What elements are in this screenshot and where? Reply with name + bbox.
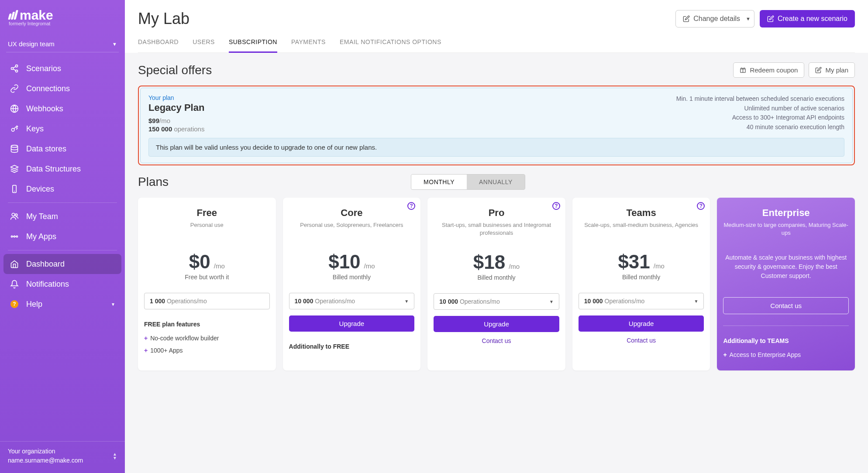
help-icon[interactable]: ? (552, 202, 560, 210)
current-plan-ops-label: operations (174, 125, 204, 133)
sidebar-item-data-stores[interactable]: Data stores (3, 139, 121, 159)
upgrade-button[interactable]: Upgrade (434, 316, 559, 332)
svg-point-15 (16, 236, 17, 237)
ops-select[interactable]: 1 000 Operations/mo (144, 293, 270, 309)
sidebar-item-scenarios[interactable]: Scenarios (3, 58, 121, 79)
svg-point-2 (16, 70, 18, 72)
svg-point-13 (11, 236, 13, 237)
tab-payments[interactable]: PAYMENTS (291, 38, 326, 53)
plan-price: $31/mo (579, 251, 704, 273)
sidebar-item-webhooks[interactable]: Webhooks (3, 99, 121, 119)
chevron-down-icon: ▼ (694, 299, 698, 304)
sidebar-item-label: Data stores (26, 144, 66, 154)
create-scenario-button[interactable]: Create a new scenario (760, 10, 855, 27)
tab-users[interactable]: USERS (193, 38, 215, 53)
chevron-down-icon: ▼ (549, 299, 554, 304)
ops-select[interactable]: 10 000 Operations/mo▼ (434, 293, 559, 310)
page-title: My Lab (138, 10, 189, 28)
updown-icon: ▲▼ (113, 452, 117, 460)
current-plan-notes: Min. 1 minute interval between scheduled… (676, 94, 844, 133)
sidebar-item-label: Connections (26, 84, 70, 93)
sidebar-item-my-apps[interactable]: My Apps (3, 226, 121, 247)
period-toggle: MONTHLY ANNUALLY (411, 174, 525, 190)
sidebar-item-connections[interactable]: Connections (3, 79, 121, 99)
plan-card-enterprise: EnterpriseMedium-size to large companies… (717, 198, 855, 370)
plan-note: Unlimited number of active scenarios (676, 104, 844, 113)
chevron-down-icon: ▼ (404, 299, 409, 304)
team-name: UX design team (8, 40, 55, 48)
sidebar-item-devices[interactable]: Devices (3, 179, 121, 199)
current-plan-card: Your plan Legacy Plan $99/mo 150 000 ope… (140, 88, 853, 163)
sidebar-item-notifications[interactable]: Notifications (3, 274, 121, 294)
plan-note: 40 minute scenario execution length (676, 123, 844, 132)
button-label: Change details (693, 15, 740, 23)
tab-subscription[interactable]: SUBSCRIPTION (229, 38, 277, 53)
svg-point-1 (11, 68, 14, 70)
svg-line-4 (13, 69, 16, 70)
upgrade-button[interactable]: Upgrade (289, 315, 415, 332)
share-icon (10, 64, 19, 73)
sidebar-item-my-team[interactable]: My Team (3, 206, 121, 226)
plan-card-free: FreePersonal use$0/moFree but worth it1 … (138, 198, 276, 370)
plan-bill: Free but worth it (144, 274, 270, 281)
ops-select[interactable]: 10 000 Operations/mo▼ (579, 293, 704, 309)
users-icon (10, 212, 19, 221)
upgrade-button[interactable]: Upgrade (579, 315, 704, 332)
logo: make (9, 8, 116, 23)
logo-area: make formerly Integromat (0, 0, 125, 32)
button-label: Create a new scenario (778, 15, 847, 23)
contact-us-link[interactable]: Contact us (434, 337, 559, 344)
current-plan-per: /mo (159, 117, 170, 124)
plan-name: Core (289, 207, 415, 219)
svg-point-8 (11, 145, 18, 147)
sidebar-item-help[interactable]: ? Help ▼ (3, 294, 121, 314)
contact-us-link[interactable]: Contact us (579, 337, 704, 344)
tab-dashboard[interactable]: DASHBOARD (138, 38, 179, 53)
sidebar-item-dashboard[interactable]: Dashboard (3, 254, 121, 274)
tabs: DASHBOARDUSERSSUBSCRIPTIONPAYMENTSEMAIL … (138, 38, 855, 53)
sidebar-item-label: Notifications (26, 280, 69, 289)
plan-sub: Personal use (144, 221, 270, 236)
gift-icon (740, 67, 746, 73)
change-details-dropdown[interactable]: ▼ (742, 10, 754, 27)
svg-point-11 (12, 213, 15, 216)
button-label: My plan (825, 66, 848, 74)
period-monthly[interactable]: MONTHLY (411, 175, 467, 189)
button-label: Redeem coupon (750, 66, 798, 74)
sidebar-item-label: Data Structures (26, 165, 81, 174)
sidebar-item-label: Help (26, 300, 42, 309)
bell-icon (10, 279, 19, 289)
sidebar-item-label: Dashboard (26, 260, 65, 269)
database-icon (10, 144, 19, 154)
sidebar-item-label: My Apps (26, 232, 56, 241)
sidebar-item-label: Webhooks (26, 104, 63, 113)
features-heading: FREE plan features (144, 321, 270, 328)
change-details-button[interactable]: Change details (675, 10, 747, 27)
link-icon (10, 84, 19, 93)
key-icon (10, 124, 19, 134)
brand-sub: formerly Integromat (9, 21, 116, 26)
sidebar-item-data-structures[interactable]: Data Structures (3, 159, 121, 179)
sidebar-footer[interactable]: Your organization name.surname@make.com … (0, 441, 125, 473)
team-selector[interactable]: UX design team ▼ (6, 36, 119, 52)
period-annually[interactable]: ANNUALLY (467, 175, 525, 189)
plan-card-pro: ?ProStart-ups, small businesses and Inte… (427, 198, 565, 370)
plan-bill: Billed monthly (434, 274, 559, 281)
edit-icon (815, 67, 822, 73)
my-plan-button[interactable]: My plan (809, 62, 855, 78)
plan-sub: Start-ups, small businesses and Integrom… (434, 221, 559, 236)
plan-name: Teams (579, 207, 704, 219)
plan-grid: FreePersonal use$0/moFree but worth it1 … (138, 198, 855, 370)
plan-price: $10/mo (289, 251, 415, 273)
ops-select[interactable]: 10 000 Operations/mo▼ (289, 293, 415, 309)
plan-sub: Personal use, Solopreneurs, Freelancers (289, 221, 415, 236)
nav: Scenarios Connections Webhooks Keys Data… (0, 52, 125, 441)
offers-title: Special offers (138, 63, 212, 77)
plan-notice: This plan will be valid unless you decid… (148, 138, 844, 157)
plan-note: Access to 300+ Integromat API endpoints (676, 113, 844, 123)
tab-email-notifications-options[interactable]: EMAIL NOTIFICATIONS OPTIONS (340, 38, 441, 53)
chevron-down-icon: ▼ (111, 302, 115, 307)
redeem-coupon-button[interactable]: Redeem coupon (733, 62, 804, 78)
contact-us-button[interactable]: Contact us (723, 297, 849, 314)
sidebar-item-keys[interactable]: Keys (3, 119, 121, 139)
